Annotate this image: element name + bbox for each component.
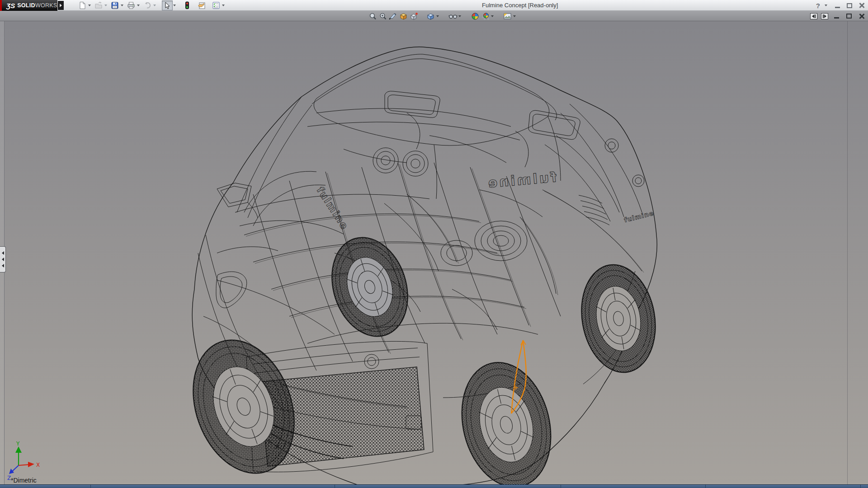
expand-pane-right-button[interactable] (821, 13, 828, 19)
save-dropdown-arrow[interactable] (121, 5, 123, 6)
undo-dropdown-arrow[interactable] (153, 5, 156, 6)
open-button[interactable] (93, 0, 104, 10)
app-window-controls: ? (815, 0, 866, 11)
zoom-to-fit-button[interactable] (367, 11, 377, 21)
view-settings-icon (503, 12, 512, 20)
app-close-button[interactable] (857, 1, 866, 9)
save-icon (111, 1, 119, 9)
zoom-to-fit-icon (368, 12, 377, 20)
main-toolbar (77, 0, 227, 11)
open-icon (94, 1, 103, 9)
hide-show-items-icon (448, 12, 458, 20)
shaded-cube-icon (426, 12, 435, 20)
model-badge-top: fulmine (486, 169, 557, 191)
wireframe-scene: fulmine fulmine fulmine (0, 21, 868, 484)
undo-icon (143, 1, 151, 9)
print-dropdown-arrow[interactable] (137, 5, 140, 6)
rebuild-button[interactable] (182, 0, 193, 10)
app-minimize-button[interactable] (833, 1, 842, 9)
title-bar: ƷS SOLIDWORKS (0, 0, 868, 11)
zoom-to-area-button[interactable] (377, 11, 388, 21)
reference-triad: Y X Z (7, 441, 40, 481)
view-settings-dropdown-arrow[interactable] (513, 15, 516, 17)
options-button[interactable] (211, 0, 222, 10)
triad-x-label: X (36, 462, 40, 468)
triad-z-label: Z (7, 475, 11, 481)
viewport-canvas[interactable]: fulmine fulmine fulmine (0, 21, 868, 484)
new-document-icon (78, 1, 86, 9)
menu-expand-arrow[interactable] (58, 1, 64, 10)
apply-scene-button[interactable] (480, 11, 491, 21)
file-properties-button[interactable] (196, 0, 207, 10)
help-button[interactable]: ? (815, 2, 821, 9)
doc-close-button[interactable] (857, 12, 866, 20)
view-orientation-icon (399, 12, 408, 20)
select-dropdown-arrow[interactable] (173, 5, 176, 6)
solidworks-logo: ƷS SOLIDWORKS (0, 0, 57, 11)
new-dropdown-arrow[interactable] (88, 5, 91, 6)
zoom-to-area-icon (379, 12, 387, 20)
brand-name-light: WORKS (35, 2, 57, 9)
document-title: Fulmine Concept [Read-only] (482, 2, 558, 9)
solidworks-logo-icon: ƷS (6, 2, 15, 9)
triad-y-label: Y (16, 441, 20, 447)
select-button[interactable] (162, 0, 173, 10)
solidworks-window: ƷS SOLIDWORKS (0, 0, 868, 488)
hide-show-dropdown-arrow[interactable] (458, 15, 461, 17)
view-settings-button[interactable] (502, 11, 513, 21)
view-orientation-button[interactable] (398, 11, 409, 21)
edit-appearance-icon (471, 12, 479, 20)
wireframe-car-model[interactable]: fulmine fulmine fulmine (175, 47, 663, 484)
status-bar (0, 484, 868, 488)
headsup-toolbar (0, 11, 868, 21)
display-style-button[interactable] (409, 11, 419, 21)
display-style-icon (410, 12, 418, 20)
help-dropdown-arrow[interactable] (825, 5, 827, 6)
apply-scene-dropdown-arrow[interactable] (491, 15, 494, 17)
brand-name-bold: SOLID (17, 2, 35, 9)
undo-button[interactable] (142, 0, 153, 10)
section-view-button[interactable] (388, 11, 398, 21)
view-orientation-label: *Dimetric (11, 477, 37, 484)
rebuild-traffic-light-icon (184, 1, 190, 9)
doc-restore-button[interactable] (844, 12, 854, 20)
apply-scene-icon (481, 12, 490, 20)
display-style-dropdown-arrow[interactable] (436, 15, 439, 17)
print-button[interactable] (126, 0, 137, 10)
doc-minimize-button[interactable] (832, 12, 841, 20)
save-button[interactable] (109, 0, 120, 10)
select-cursor-icon (164, 2, 171, 9)
shaded-display-style-button[interactable] (425, 11, 436, 21)
options-dropdown-arrow[interactable] (222, 5, 225, 6)
hide-show-items-button[interactable] (448, 11, 458, 21)
model-badge-rear: fulmine (623, 209, 655, 224)
section-view-icon (389, 12, 397, 20)
wheel-rear-right (573, 259, 663, 378)
print-icon (127, 1, 135, 9)
document-window-controls (810, 11, 866, 21)
collapse-pane-left-button[interactable] (810, 13, 817, 19)
options-checklist-icon (212, 1, 220, 9)
app-restore-button[interactable] (845, 1, 854, 9)
file-properties-icon (198, 1, 206, 9)
open-dropdown-arrow[interactable] (104, 5, 107, 6)
edit-appearance-button[interactable] (470, 11, 480, 21)
wheel-front-right (449, 353, 563, 484)
new-document-button[interactable] (77, 0, 88, 10)
